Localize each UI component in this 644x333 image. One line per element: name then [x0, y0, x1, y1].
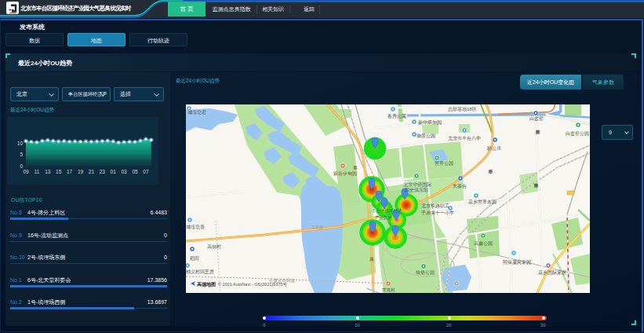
- svg-text:11: 11: [35, 169, 40, 174]
- svg-text:稻田: 稻田: [190, 256, 199, 262]
- svg-text:独义村回王房: 独义村回王房: [186, 269, 214, 275]
- svg-text:21: 21: [89, 169, 95, 174]
- svg-text:高鑫公园: 高鑫公园: [474, 240, 493, 247]
- svg-text:17: 17: [67, 169, 73, 174]
- svg-text:09: 09: [23, 169, 29, 174]
- svg-text:丰台区循环经济: 丰台区循环经济: [372, 208, 402, 214]
- svg-text:城垵皂香: 城垵皂香: [186, 224, 205, 230]
- svg-text:北京市丰台八中: 北京市丰台八中: [448, 135, 481, 141]
- svg-text:0: 0: [20, 163, 23, 169]
- svg-text:5: 5: [20, 152, 23, 157]
- svg-text:花乡世界名园: 花乡世界名园: [468, 199, 497, 205]
- svg-text:© 2021 AutoNavi - GS(2021)6375: © 2021 AutoNavi - GS(2021)6375号: [218, 282, 287, 287]
- svg-text:01: 01: [111, 169, 117, 174]
- svg-text:京良路: 京良路: [311, 225, 323, 229]
- svg-text:19: 19: [78, 169, 84, 174]
- svg-text:15: 15: [56, 169, 62, 174]
- svg-text:北京铁路职工: 北京铁路职工: [421, 203, 449, 209]
- svg-text:熙保康闲家园: 熙保康闲家园: [503, 259, 531, 265]
- svg-text:23: 23: [100, 169, 106, 174]
- svg-text:花乡国际家居: 花乡国际家居: [538, 269, 566, 276]
- svg-text:高德地图: 高德地图: [197, 281, 216, 287]
- svg-text:白盆窑公园: 白盆窑公园: [566, 130, 589, 137]
- svg-text:10: 10: [17, 141, 24, 146]
- svg-text:世界公园: 世界公园: [435, 161, 453, 166]
- svg-text:御景公园: 御景公园: [417, 134, 435, 139]
- svg-text:03: 03: [121, 169, 127, 174]
- svg-text:大葆台: 大葆台: [453, 183, 467, 189]
- svg-text:产业园区: 产业园区: [375, 215, 393, 221]
- svg-text:子弟第十一小学: 子弟第十一小学: [420, 210, 454, 216]
- svg-text:看丹公寓: 看丹公寓: [387, 113, 406, 119]
- svg-text:紫谷伊甸园: 紫谷伊甸园: [333, 170, 357, 177]
- svg-text:狼垡公园: 狼垡公园: [416, 270, 435, 276]
- svg-text:总部基地18区: 总部基地18区: [447, 106, 477, 112]
- svg-text:城垵皂君: 城垵皂君: [187, 109, 206, 115]
- svg-text:新华双加园: 新华双加园: [418, 119, 442, 126]
- svg-text:13: 13: [45, 169, 51, 174]
- svg-text:北京华侨国际: 北京华侨国际: [403, 181, 431, 188]
- svg-text:阳光俱乐部: 阳光俱乐部: [405, 187, 428, 193]
- svg-text:05: 05: [132, 169, 138, 174]
- svg-text:07: 07: [143, 169, 149, 174]
- svg-text:白盆窑: 白盆窑: [529, 115, 544, 122]
- svg-text:高佃村: 高佃村: [207, 243, 221, 250]
- svg-text:郭公庄: 郭公庄: [486, 145, 501, 152]
- svg-text:求贤村: 求贤村: [382, 287, 395, 293]
